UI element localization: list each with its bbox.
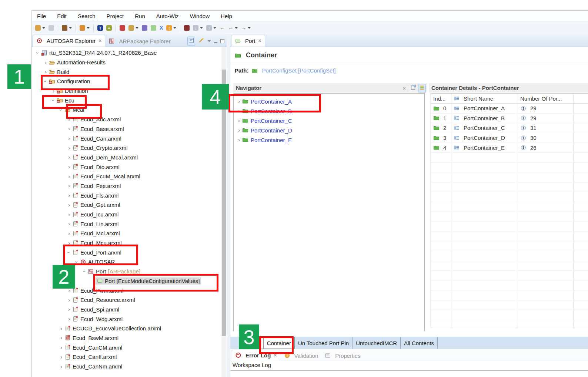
tree-item-ecud-cancm-arxml[interactable]: ›Ecud_CanCM.arxml xyxy=(32,343,221,352)
page-tab-untouchedimcr[interactable]: UntouchedIMCR xyxy=(353,337,401,349)
tree-item-ecud-lin-arxml[interactable]: ›Ecud_Lin.arxml xyxy=(32,219,221,229)
export-doc-button[interactable]: ↑ xyxy=(205,24,217,31)
chevron-right-icon[interactable]: › xyxy=(43,69,49,75)
dropdown-arrow-icon[interactable] xyxy=(87,27,90,29)
layers-icon[interactable] xyxy=(418,84,426,92)
forward-arrow-button[interactable]: → xyxy=(240,24,252,31)
dropdown-arrow-icon[interactable] xyxy=(248,27,251,29)
chevron-right-icon[interactable]: › xyxy=(43,60,49,65)
menu-autowiz[interactable]: Auto-Wiz xyxy=(156,13,179,19)
add-diamond-button[interactable]: + xyxy=(105,24,113,31)
save-button[interactable] xyxy=(47,24,55,31)
new-wizard-button[interactable] xyxy=(34,24,46,31)
chevron-right-icon[interactable]: › xyxy=(66,145,72,151)
chevron-right-icon[interactable]: › xyxy=(66,230,72,236)
import-doc-button[interactable]: ↓ xyxy=(192,24,204,31)
table-row-portcontainer_e[interactable]: 4PortContainer_E26 xyxy=(431,143,588,153)
tree-item-ecud-can-arxml[interactable]: ›Ecud_Can.arxml xyxy=(32,134,221,143)
tree-item-ecud-resource-arxml[interactable]: ›Ecud_Resource.arxml xyxy=(32,295,221,305)
tree-item-ecud-bswm-arxml[interactable]: ›Ecud_BswM.arxml xyxy=(32,333,221,343)
scrollbar-thumb[interactable] xyxy=(222,70,226,336)
chevron-down-icon[interactable]: › xyxy=(81,269,88,275)
navigator-item-portcontainer_c[interactable]: ›PortContainer_C xyxy=(234,116,424,125)
tab-arpackage-explorer[interactable]: ARPackage Explorer xyxy=(105,36,174,47)
tree-item-ecud-gpt-arxml[interactable]: ›Ecud_Gpt.arxml xyxy=(32,200,221,210)
compare-columns-button[interactable] xyxy=(141,24,148,31)
tree-item-ecucd-ecucvaluecollection-arxml[interactable]: ›ECUCD_EcucValueCollection.arxml xyxy=(32,324,221,333)
chevron-right-icon[interactable]: › xyxy=(236,137,242,143)
chevron-right-icon[interactable]: › xyxy=(66,164,72,170)
dropdown-arrow-icon[interactable] xyxy=(200,27,203,29)
view-tab-properties[interactable]: Properties xyxy=(322,350,363,361)
view-menu-icon[interactable] xyxy=(207,40,211,42)
chevron-right-icon[interactable]: › xyxy=(66,154,72,160)
clear-icon[interactable]: × xyxy=(402,85,406,91)
sync-icon[interactable] xyxy=(410,85,416,92)
link-with-editor-icon[interactable] xyxy=(198,37,204,45)
tree-item-ecud-fls-arxml[interactable]: ›Ecud_Fls.arxml xyxy=(32,191,221,200)
maximize-icon[interactable] xyxy=(220,39,224,43)
minimize-icon[interactable] xyxy=(214,42,217,43)
chevron-right-icon[interactable]: › xyxy=(66,212,72,218)
warning-button[interactable]: ! xyxy=(165,24,177,31)
chevron-right-icon[interactable]: › xyxy=(66,306,72,312)
tree-item-ecud-ecum-mcal-arxml[interactable]: ›Ecud_EcuM_Mcal.arxml xyxy=(32,172,221,181)
chevron-right-icon[interactable]: › xyxy=(66,221,72,227)
import-tray-button[interactable] xyxy=(127,24,140,31)
chevron-right-icon[interactable]: › xyxy=(66,174,72,179)
table-row-portcontainer_d[interactable]: 3PortContainer_D30 xyxy=(431,133,588,143)
chevron-right-icon[interactable]: › xyxy=(66,135,72,141)
menu-file[interactable]: File xyxy=(37,13,46,19)
tree-item-ecud-dio-arxml[interactable]: ›Ecud_Dio.arxml xyxy=(32,162,221,172)
tab-autosar-explorer[interactable]: AUTOSAR Explorer × xyxy=(33,35,105,47)
menu-search[interactable]: Search xyxy=(78,13,96,19)
tree-item-automation-results[interactable]: ›Automation-Results xyxy=(32,58,221,67)
back-arrow-button[interactable]: ← xyxy=(218,24,226,31)
chevron-right-icon[interactable]: › xyxy=(66,183,72,189)
cut-blue-button[interactable]: X xyxy=(158,24,164,31)
sign-error-button[interactable] xyxy=(118,24,126,31)
chevron-right-icon[interactable]: › xyxy=(58,344,64,350)
tree-item-ecud-dem-mcal-arxml[interactable]: ›Ecud_Dem_Mcal.arxml xyxy=(32,153,221,162)
dropdown-arrow-icon[interactable] xyxy=(136,27,138,29)
tree-item-ecud-cannm-arxml[interactable]: ›Ecud_CanNm.arxml xyxy=(32,362,221,371)
tresos-t-button[interactable]: T xyxy=(96,24,104,31)
dropdown-arrow-icon[interactable] xyxy=(42,27,45,29)
page-tab-un-touched-port-pin[interactable]: Un Touched Port Pin xyxy=(295,337,353,349)
chevron-right-icon[interactable]: › xyxy=(58,364,64,370)
page-tab-all-contents[interactable]: All Contents xyxy=(401,337,438,349)
table-row-portcontainer_c[interactable]: 2PortContainer_C31 xyxy=(431,123,588,133)
chevron-right-icon[interactable]: › xyxy=(66,202,72,208)
tree-item-ecud-mcl-arxml[interactable]: ›Ecud_Mcl.arxml xyxy=(32,229,221,238)
table-row-portcontainer_b[interactable]: 1PortContainer_B29 xyxy=(431,114,588,124)
tree-item-rtu-s32k312-r44-24-07-1-r240826-base[interactable]: ›rtu_S32K312_R44-24.07.1_R240826_Base xyxy=(32,48,221,58)
table-row-portcontainer_a[interactable]: 0PortContainer_A29 xyxy=(431,104,588,114)
tree-item-ecud-fee-arxml[interactable]: ›Ecud_Fee.arxml xyxy=(32,181,221,191)
menu-edit[interactable]: Edit xyxy=(57,13,67,19)
run-dot-button[interactable] xyxy=(183,24,191,31)
chevron-right-icon[interactable]: › xyxy=(58,354,64,360)
column-header-short-name[interactable]: Short Name xyxy=(451,94,518,103)
chevron-right-icon[interactable]: › xyxy=(66,126,72,132)
close-icon[interactable]: × xyxy=(258,38,261,44)
column-header-index[interactable]: Ind... xyxy=(431,94,451,103)
column-header-number-of-ports[interactable]: Number Of Por... xyxy=(518,94,574,103)
tree-item-ecud-wdg-arxml[interactable]: ›Ecud_Wdg.arxml xyxy=(32,314,221,324)
chevron-right-icon[interactable]: › xyxy=(236,127,242,133)
dropdown-arrow-icon[interactable] xyxy=(69,27,72,29)
close-icon[interactable]: × xyxy=(98,38,101,44)
dropdown-arrow-icon[interactable] xyxy=(173,27,176,29)
tree-item-ecud-canif-arxml[interactable]: ›Ecud_CanIf.arxml xyxy=(32,352,221,362)
chevron-right-icon[interactable]: › xyxy=(66,316,72,322)
tree-item-ecud-icu-arxml[interactable]: ›Ecud_Icu.arxml xyxy=(32,210,221,219)
chevron-down-icon[interactable]: › xyxy=(35,50,41,56)
tree-item-ecud-adc-arxml[interactable]: ›Ecud_Adc.arxml xyxy=(32,115,221,124)
menu-project[interactable]: Project xyxy=(107,13,124,19)
tab-port-editor[interactable]: Port × xyxy=(231,35,265,47)
navigator-item-portcontainer_e[interactable]: ›PortContainer_E xyxy=(234,135,424,145)
back-arrow2-button[interactable]: ← xyxy=(227,24,239,31)
build-hammer-button[interactable] xyxy=(61,24,73,31)
menu-window[interactable]: Window xyxy=(190,13,210,19)
clean-brush-button[interactable] xyxy=(78,24,91,31)
path-link[interactable]: PortConfigSet [PortConfigSet] xyxy=(262,67,336,74)
